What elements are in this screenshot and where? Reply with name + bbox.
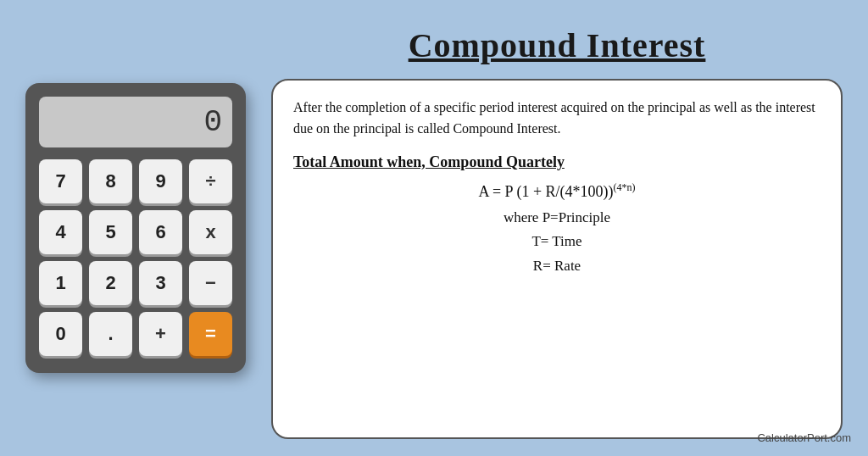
calc-btn-7[interactable]: 7 xyxy=(39,159,82,203)
calc-btn-9[interactable]: 9 xyxy=(139,159,182,203)
calc-btn-5[interactable]: 5 xyxy=(89,210,132,254)
formula-heading: Total Amount when, Compound Quartely xyxy=(293,153,821,171)
calc-btn-_[interactable]: ÷ xyxy=(189,159,232,203)
definition-text: After the completion of a specific perio… xyxy=(293,97,821,140)
calc-btn-_[interactable]: = xyxy=(189,312,232,356)
calculator: 0 789÷456x123−0.+= xyxy=(25,83,246,373)
formula-main: A = P (1 + R/(4*100))(4*n) xyxy=(293,181,821,201)
display-value: 0 xyxy=(203,105,220,140)
calc-btn-0[interactable]: 0 xyxy=(39,312,82,356)
page-title: Compound Interest xyxy=(409,25,706,65)
calc-btn-4[interactable]: 4 xyxy=(39,210,82,254)
calculator-buttons: 789÷456x123−0.+= xyxy=(39,159,232,356)
calc-btn-1[interactable]: 1 xyxy=(39,261,82,305)
calc-btn-3[interactable]: 3 xyxy=(139,261,182,305)
calc-btn-2[interactable]: 2 xyxy=(89,261,132,305)
main-container: 0 789÷456x123−0.+= Compound Interest Aft… xyxy=(0,0,868,456)
calc-btn-x[interactable]: x xyxy=(189,210,232,254)
info-panel: Compound Interest After the completion o… xyxy=(271,17,843,439)
variable-line: where P=Principle xyxy=(293,206,821,231)
calculator-display: 0 xyxy=(39,97,232,147)
calc-btn-_[interactable]: + xyxy=(139,312,182,356)
calc-btn-_[interactable]: . xyxy=(89,312,132,356)
calc-btn-8[interactable]: 8 xyxy=(89,159,132,203)
variable-lines: where P=PrincipleT= TimeR= Rate xyxy=(293,206,821,280)
definition-box: After the completion of a specific perio… xyxy=(271,79,843,439)
calc-btn-_[interactable]: − xyxy=(189,261,232,305)
variable-line: T= Time xyxy=(293,230,821,254)
variable-line: R= Rate xyxy=(293,254,821,279)
calc-btn-6[interactable]: 6 xyxy=(139,210,182,254)
attribution: CalculatorPort.com xyxy=(757,431,851,444)
